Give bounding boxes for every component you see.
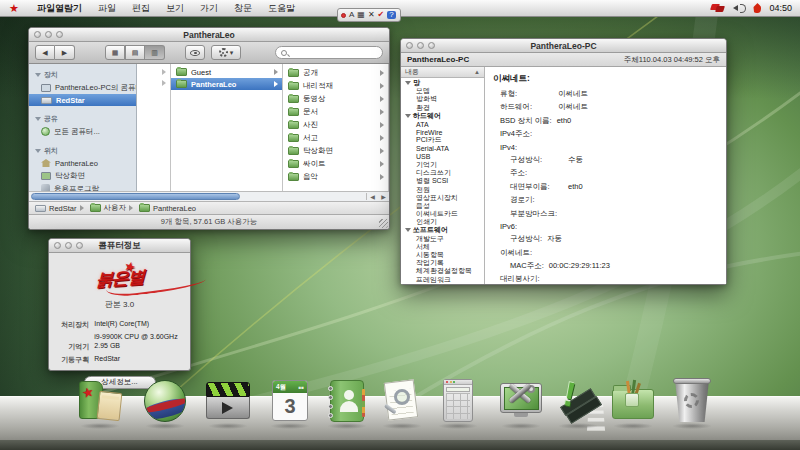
dock-item-trash[interactable]: [668, 377, 716, 425]
scroll-left-icon[interactable]: ◀: [367, 193, 378, 200]
input-method-palette[interactable]: A ▦ ✕ ✔ ?: [337, 8, 401, 22]
tree-item[interactable]: USB: [401, 153, 484, 161]
network-status-icon[interactable]: [711, 4, 725, 13]
minimize-button[interactable]: [45, 31, 52, 38]
tree-item[interactable]: 이쎠네트카드: [401, 210, 484, 218]
action-button[interactable]: ▾: [211, 45, 241, 60]
sidebar-item-all-computers[interactable]: 모든 콤퓨터...: [29, 125, 136, 138]
dock-item-web-browser[interactable]: [141, 377, 189, 425]
zoom-button[interactable]: [56, 31, 63, 38]
tree-item[interactable]: ATA: [401, 120, 484, 128]
list-item[interactable]: 공개: [283, 66, 388, 79]
palette-help-icon[interactable]: ?: [387, 11, 395, 19]
system-info-titlebar[interactable]: PantheraLeo-PC: [401, 39, 726, 53]
volume-icon[interactable]: [733, 3, 745, 13]
tree-group-network[interactable]: 망: [401, 79, 484, 87]
palette-stamp-icon[interactable]: ✔: [378, 11, 385, 19]
dock-item-file-manager[interactable]: ★: [76, 377, 124, 425]
tree-item[interactable]: 개발도구: [401, 235, 484, 243]
menu-help[interactable]: 도움말: [260, 0, 303, 17]
list-item-guest[interactable]: Guest: [171, 66, 282, 78]
dock-item-calendar[interactable]: 4월■■ 3: [266, 377, 314, 425]
menu-go[interactable]: 가기: [192, 0, 226, 17]
quicklook-button[interactable]: [185, 45, 205, 60]
disclosure-arrow-icon: [380, 96, 384, 102]
detail-row: 부분망마스크:: [493, 209, 718, 219]
tree-item[interactable]: 영상표시장치: [401, 194, 484, 202]
minimize-button[interactable]: [65, 242, 72, 249]
list-item[interactable]: 내리적재: [283, 79, 388, 92]
list-item[interactable]: 문서: [283, 105, 388, 118]
sidebar-item-redstar-disk[interactable]: RedStar: [29, 94, 136, 106]
sidebar-item-desktop[interactable]: 탁상화면: [29, 169, 136, 182]
palette-close-x-icon[interactable]: ✕: [368, 11, 375, 19]
dock-item-software-updater[interactable]: !: [554, 377, 602, 425]
tree-column-header[interactable]: 내용 ▲: [401, 67, 484, 78]
dock-item-system-tools[interactable]: [497, 377, 545, 425]
column-browser: Guest PantheraLeo 공개 내리적재 동영상 문서 사진 서고: [137, 64, 389, 191]
close-button[interactable]: [34, 31, 41, 38]
tree-item[interactable]: 방화벽: [401, 95, 484, 103]
resize-grip[interactable]: [379, 219, 388, 228]
forward-button[interactable]: ▶: [55, 45, 75, 60]
redstar-menu-icon[interactable]: ★: [9, 3, 19, 14]
minimize-button[interactable]: [417, 42, 424, 49]
breadcrumb-home[interactable]: PantheraLeo: [129, 204, 196, 213]
list-item[interactable]: 서고: [283, 131, 388, 144]
menu-app-name[interactable]: 파일열람기: [29, 0, 90, 17]
column-view-button[interactable]: ▥: [145, 45, 165, 60]
dock-item-stationery-folder[interactable]: [609, 377, 657, 425]
list-item[interactable]: 싸이트: [283, 157, 388, 170]
palette-font-icon[interactable]: A: [349, 11, 354, 19]
forward-icon: ▶: [62, 49, 67, 56]
list-item[interactable]: 음악: [283, 170, 388, 183]
dock-item-document-viewer[interactable]: [378, 377, 426, 425]
alert-status-icon[interactable]: [753, 3, 761, 13]
sidebar-item-applications[interactable]: 응용프로그람: [29, 182, 136, 191]
menu-window[interactable]: 창문: [226, 0, 260, 17]
menu-edit[interactable]: 편집: [124, 0, 158, 17]
zoom-button[interactable]: [428, 42, 435, 49]
tree-item[interactable]: PCI카드: [401, 136, 484, 144]
about-titlebar[interactable]: 콤퓨터정보: [49, 239, 190, 253]
column-scrolled[interactable]: [137, 64, 171, 191]
scroll-right-icon[interactable]: ▶: [378, 193, 389, 200]
breadcrumb-redstar[interactable]: RedStar: [35, 204, 77, 213]
list-item[interactable]: 탁상화면: [283, 144, 388, 157]
file-manager-window: PantheraLeo ◀ ▶ ▦ ▤ ▥ ▾ 장치: [28, 27, 390, 230]
close-button[interactable]: [54, 242, 61, 249]
menu-clock[interactable]: 04:50: [769, 3, 792, 13]
disclosure-arrow-icon: [380, 83, 384, 89]
horizontal-scrollbar[interactable]: ◀ ▶: [29, 191, 389, 201]
tree-item[interactable]: 병렬 SCSI: [401, 177, 484, 185]
zoom-button[interactable]: [76, 242, 83, 249]
menu-view[interactable]: 보기: [158, 0, 192, 17]
list-view-button[interactable]: ▤: [125, 45, 145, 60]
palette-grid-icon[interactable]: ▦: [357, 11, 365, 19]
dock-item-media-player[interactable]: [204, 377, 252, 425]
breadcrumb-users[interactable]: 사용자: [80, 203, 127, 213]
tree-item[interactable]: 모뎀: [401, 87, 484, 95]
back-button[interactable]: ◀: [35, 45, 55, 60]
menu-file[interactable]: 파일: [90, 0, 124, 17]
tree-group-hardware[interactable]: 하드웨어: [401, 112, 484, 120]
dock-item-address-book[interactable]: [323, 377, 371, 425]
file-manager-titlebar[interactable]: PantheraLeo: [29, 28, 389, 42]
dock-item-calculator[interactable]: [434, 377, 482, 425]
list-item-pantheraleo[interactable]: PantheraLeo: [171, 78, 282, 90]
tree-item[interactable]: Serial-ATA: [401, 145, 484, 153]
search-input[interactable]: [275, 46, 383, 59]
tree-item[interactable]: FireWire: [401, 128, 484, 136]
path-bar: RedStar 사용자 PantheraLeo: [29, 201, 389, 214]
list-item[interactable]: 동영상: [283, 92, 388, 105]
list-item[interactable]: 사진: [283, 118, 388, 131]
ethernet-detail-panel: 이쎠네트: 류형:이쎠네트 하드웨어:이쎠네트 BSD 장치 이름:eth0 I…: [485, 67, 726, 284]
scrollbar-thumb[interactable]: [31, 193, 240, 200]
icon-view-button[interactable]: ▦: [105, 45, 125, 60]
sidebar-item-home[interactable]: PantheraLeo: [29, 157, 136, 169]
window-title: PantheraLeo: [29, 30, 389, 40]
palette-close-icon[interactable]: [341, 13, 346, 18]
close-button[interactable]: [406, 42, 413, 49]
sidebar-item-computer[interactable]: PantheraLeo-PC의 콤퓨터: [29, 81, 136, 94]
file-manager-sidebar: 장치 PantheraLeo-PC의 콤퓨터 RedStar 공유 모든 콤퓨터…: [29, 64, 137, 191]
